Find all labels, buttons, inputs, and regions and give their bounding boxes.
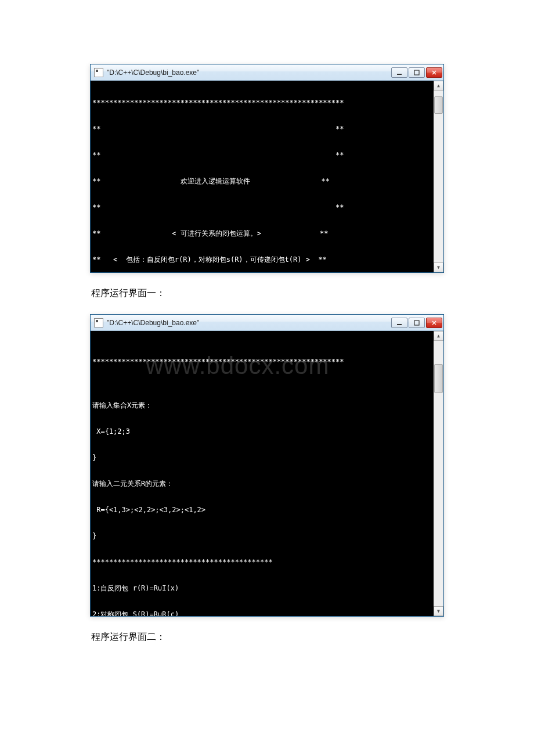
console-line: } bbox=[92, 532, 443, 541]
maximize-button[interactable] bbox=[409, 318, 425, 328]
svg-rect-1 bbox=[414, 70, 419, 75]
console-line: 2:对称闭包 S(R)=R∪R(c) bbox=[92, 610, 443, 616]
caption-1: 程序运行界面一： bbox=[91, 287, 444, 300]
maximize-icon bbox=[414, 70, 420, 75]
close-icon bbox=[431, 70, 437, 75]
scroll-down-button[interactable]: ▼ bbox=[434, 262, 443, 272]
console-line: ** ** bbox=[92, 203, 443, 212]
console-line: 请输入二元关系R的元素： bbox=[92, 480, 443, 488]
window-title: "D:\C++\C\Debug\bi_bao.exe" bbox=[107, 69, 390, 77]
minimize-button[interactable] bbox=[391, 318, 407, 328]
window-buttons bbox=[390, 67, 442, 78]
console-line: 请输入集合X元素： bbox=[92, 401, 443, 410]
close-button[interactable] bbox=[426, 318, 442, 328]
titlebar[interactable]: "D:\C++\C\Debug\bi_bao.exe" bbox=[91, 315, 443, 331]
app-icon bbox=[94, 318, 103, 327]
console-window-2: "D:\C++\C\Debug\bi_bao.exe" www.bdocx.co… bbox=[90, 314, 444, 617]
svg-rect-3 bbox=[414, 321, 419, 325]
minimize-button[interactable] bbox=[391, 67, 407, 78]
console-window-1: "D:\C++\C\Debug\bi_bao.exe" ************… bbox=[90, 64, 444, 273]
caption-2: 程序运行界面二： bbox=[91, 631, 444, 643]
console-line: ****************************************… bbox=[92, 558, 443, 567]
maximize-icon bbox=[414, 320, 420, 326]
console-line: ** ** bbox=[92, 151, 443, 160]
console-line: ****************************************… bbox=[92, 99, 443, 107]
minimize-icon bbox=[396, 320, 402, 326]
console-line: ****************************************… bbox=[92, 358, 443, 366]
app-icon bbox=[94, 68, 103, 77]
console-line: } bbox=[92, 453, 443, 462]
console-line: ** 欢迎进入逻辑运算软件 ** bbox=[92, 177, 443, 186]
titlebar[interactable]: "D:\C++\C\Debug\bi_bao.exe" bbox=[91, 64, 443, 81]
window-buttons bbox=[390, 318, 442, 328]
close-button[interactable] bbox=[426, 67, 442, 78]
console-line: ** < 包括：自反闭包r(R)，对称闭包s(R)，可传递闭包t(R) > ** bbox=[92, 255, 443, 264]
console-line: 1:自反闭包 r(R)=R∪I(x) bbox=[92, 584, 443, 593]
scroll-down-button[interactable]: ▼ bbox=[434, 606, 443, 616]
minimize-icon bbox=[396, 70, 402, 75]
maximize-button[interactable] bbox=[409, 67, 425, 78]
close-icon bbox=[431, 320, 437, 326]
console-line: R={<1,3>;<2,2>;<3,2>;<1,2> bbox=[92, 506, 443, 514]
scroll-thumb[interactable] bbox=[434, 364, 443, 393]
console-line: X={1;2;3 bbox=[92, 427, 443, 436]
console-line: ** ** bbox=[92, 125, 443, 134]
vertical-scrollbar[interactable]: ▲ ▼ bbox=[434, 331, 443, 616]
vertical-scrollbar[interactable]: ▲ ▼ bbox=[434, 81, 443, 272]
console-output-1: ****************************************… bbox=[91, 81, 443, 272]
window-title: "D:\C++\C\Debug\bi_bao.exe" bbox=[107, 319, 390, 327]
console-line: ** < 可进行关系的闭包运算。> ** bbox=[92, 229, 443, 238]
svg-rect-2 bbox=[397, 324, 402, 325]
scroll-track[interactable] bbox=[434, 91, 443, 262]
console-output-2: www.bdocx.com **************************… bbox=[91, 331, 443, 616]
scroll-up-button[interactable]: ▲ bbox=[434, 81, 443, 91]
scroll-thumb[interactable] bbox=[434, 96, 443, 114]
svg-rect-0 bbox=[397, 74, 402, 75]
scroll-track[interactable] bbox=[434, 341, 443, 606]
scroll-up-button[interactable]: ▲ bbox=[434, 331, 443, 341]
